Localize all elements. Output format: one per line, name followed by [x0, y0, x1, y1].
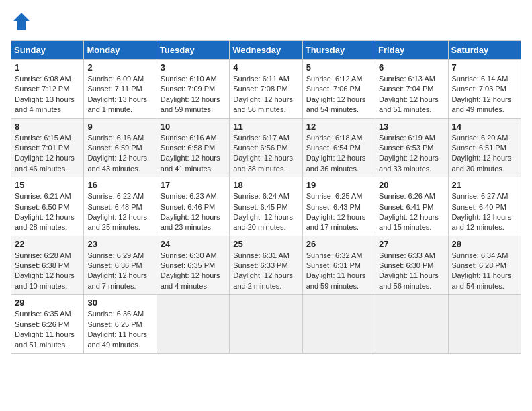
day-info: Sunrise: 6:25 AM Sunset: 6:43 PM Dayligh…: [306, 191, 371, 233]
day-info: Sunrise: 6:35 AM Sunset: 6:26 PM Dayligh…: [15, 309, 80, 351]
day-number: 20: [379, 180, 444, 190]
day-info: Sunrise: 6:26 AM Sunset: 6:41 PM Dayligh…: [379, 191, 444, 233]
day-number: 28: [452, 239, 517, 249]
day-info: Sunrise: 6:17 AM Sunset: 6:56 PM Dayligh…: [233, 133, 298, 175]
day-info: Sunrise: 6:24 AM Sunset: 6:45 PM Dayligh…: [233, 191, 298, 233]
calendar-cell: 3Sunrise: 6:10 AM Sunset: 7:09 PM Daylig…: [157, 60, 229, 119]
day-info: Sunrise: 6:09 AM Sunset: 7:11 PM Dayligh…: [87, 74, 152, 116]
calendar-table: SundayMondayTuesdayWednesdayThursdayFrid…: [11, 40, 521, 354]
day-number: 5: [306, 62, 371, 73]
day-number: 26: [306, 239, 371, 249]
calendar-cell: 13Sunrise: 6:19 AM Sunset: 6:53 PM Dayli…: [375, 118, 448, 177]
calendar-cell: [375, 295, 448, 354]
day-number: 30: [87, 298, 152, 308]
day-number: 2: [87, 62, 152, 73]
calendar-cell: [448, 295, 521, 354]
day-info: Sunrise: 6:21 AM Sunset: 6:50 PM Dayligh…: [15, 191, 80, 233]
weekday-header: Thursday: [302, 41, 375, 60]
day-number: 3: [161, 62, 226, 73]
calendar-cell: [157, 295, 229, 354]
day-info: Sunrise: 6:27 AM Sunset: 6:40 PM Dayligh…: [452, 191, 517, 233]
day-number: 22: [15, 239, 80, 249]
svg-marker-0: [13, 13, 30, 30]
day-info: Sunrise: 6:14 AM Sunset: 7:03 PM Dayligh…: [452, 74, 517, 116]
day-info: Sunrise: 6:28 AM Sunset: 6:38 PM Dayligh…: [15, 250, 80, 292]
calendar-cell: 16Sunrise: 6:22 AM Sunset: 6:48 PM Dayli…: [84, 177, 157, 236]
calendar-cell: 20Sunrise: 6:26 AM Sunset: 6:41 PM Dayli…: [375, 177, 448, 236]
day-info: Sunrise: 6:22 AM Sunset: 6:48 PM Dayligh…: [87, 191, 152, 233]
calendar-cell: 15Sunrise: 6:21 AM Sunset: 6:50 PM Dayli…: [11, 177, 84, 236]
calendar-cell: 17Sunrise: 6:23 AM Sunset: 6:46 PM Dayli…: [157, 177, 229, 236]
day-number: 9: [87, 122, 152, 132]
calendar-cell: 11Sunrise: 6:17 AM Sunset: 6:56 PM Dayli…: [230, 118, 302, 177]
day-number: 10: [161, 122, 226, 132]
calendar-cell: 23Sunrise: 6:29 AM Sunset: 6:36 PM Dayli…: [84, 236, 157, 295]
calendar-cell: 9Sunrise: 6:16 AM Sunset: 6:59 PM Daylig…: [84, 118, 157, 177]
day-number: 12: [306, 122, 371, 132]
calendar-cell: [230, 295, 302, 354]
day-number: 14: [452, 122, 517, 132]
calendar-cell: 1Sunrise: 6:08 AM Sunset: 7:12 PM Daylig…: [11, 60, 84, 119]
weekday-header: Tuesday: [157, 41, 229, 60]
day-info: Sunrise: 6:36 AM Sunset: 6:25 PM Dayligh…: [87, 309, 152, 351]
calendar-cell: 19Sunrise: 6:25 AM Sunset: 6:43 PM Dayli…: [302, 177, 375, 236]
calendar-cell: 4Sunrise: 6:11 AM Sunset: 7:08 PM Daylig…: [230, 60, 302, 119]
day-number: 16: [87, 180, 152, 190]
calendar-cell: 26Sunrise: 6:32 AM Sunset: 6:31 PM Dayli…: [302, 236, 375, 295]
day-info: Sunrise: 6:18 AM Sunset: 6:54 PM Dayligh…: [306, 133, 371, 175]
calendar-cell: 5Sunrise: 6:12 AM Sunset: 7:06 PM Daylig…: [302, 60, 375, 119]
day-number: 15: [15, 180, 80, 190]
day-number: 27: [379, 239, 444, 249]
day-number: 25: [233, 239, 298, 249]
logo: [11, 11, 35, 32]
calendar-week-row: 8Sunrise: 6:15 AM Sunset: 7:01 PM Daylig…: [11, 118, 521, 177]
calendar-cell: 14Sunrise: 6:20 AM Sunset: 6:51 PM Dayli…: [448, 118, 521, 177]
calendar-cell: 30Sunrise: 6:36 AM Sunset: 6:25 PM Dayli…: [84, 295, 157, 354]
day-info: Sunrise: 6:31 AM Sunset: 6:33 PM Dayligh…: [233, 250, 298, 292]
logo-icon: [11, 11, 32, 32]
day-info: Sunrise: 6:15 AM Sunset: 7:01 PM Dayligh…: [15, 133, 80, 175]
calendar-cell: 6Sunrise: 6:13 AM Sunset: 7:04 PM Daylig…: [375, 60, 448, 119]
day-number: 29: [15, 298, 80, 308]
day-info: Sunrise: 6:16 AM Sunset: 6:58 PM Dayligh…: [161, 133, 226, 175]
day-info: Sunrise: 6:08 AM Sunset: 7:12 PM Dayligh…: [15, 74, 80, 116]
weekday-header: Sunday: [11, 41, 84, 60]
day-number: 7: [452, 62, 517, 73]
calendar-cell: 8Sunrise: 6:15 AM Sunset: 7:01 PM Daylig…: [11, 118, 84, 177]
weekday-header: Friday: [375, 41, 448, 60]
calendar-cell: 21Sunrise: 6:27 AM Sunset: 6:40 PM Dayli…: [448, 177, 521, 236]
day-info: Sunrise: 6:29 AM Sunset: 6:36 PM Dayligh…: [87, 250, 152, 292]
day-info: Sunrise: 6:13 AM Sunset: 7:04 PM Dayligh…: [379, 74, 444, 116]
day-info: Sunrise: 6:12 AM Sunset: 7:06 PM Dayligh…: [306, 74, 371, 116]
calendar-cell: 2Sunrise: 6:09 AM Sunset: 7:11 PM Daylig…: [84, 60, 157, 119]
calendar-cell: [302, 295, 375, 354]
day-info: Sunrise: 6:34 AM Sunset: 6:28 PM Dayligh…: [452, 250, 517, 292]
day-number: 13: [379, 122, 444, 132]
day-number: 24: [161, 239, 226, 249]
day-info: Sunrise: 6:33 AM Sunset: 6:30 PM Dayligh…: [379, 250, 444, 292]
day-number: 21: [452, 180, 517, 190]
day-number: 6: [379, 62, 444, 73]
weekday-header: Saturday: [448, 41, 521, 60]
page-header: [11, 11, 521, 32]
day-info: Sunrise: 6:20 AM Sunset: 6:51 PM Dayligh…: [452, 133, 517, 175]
calendar-cell: 24Sunrise: 6:30 AM Sunset: 6:35 PM Dayli…: [157, 236, 229, 295]
calendar-cell: 22Sunrise: 6:28 AM Sunset: 6:38 PM Dayli…: [11, 236, 84, 295]
weekday-header: Monday: [84, 41, 157, 60]
calendar-cell: 29Sunrise: 6:35 AM Sunset: 6:26 PM Dayli…: [11, 295, 84, 354]
calendar-week-row: 22Sunrise: 6:28 AM Sunset: 6:38 PM Dayli…: [11, 236, 521, 295]
day-info: Sunrise: 6:30 AM Sunset: 6:35 PM Dayligh…: [161, 250, 226, 292]
calendar-cell: 18Sunrise: 6:24 AM Sunset: 6:45 PM Dayli…: [230, 177, 302, 236]
day-number: 11: [233, 122, 298, 132]
day-number: 19: [306, 180, 371, 190]
day-info: Sunrise: 6:10 AM Sunset: 7:09 PM Dayligh…: [161, 74, 226, 116]
day-info: Sunrise: 6:32 AM Sunset: 6:31 PM Dayligh…: [306, 250, 371, 292]
day-number: 17: [161, 180, 226, 190]
day-number: 4: [233, 62, 298, 73]
calendar-cell: 28Sunrise: 6:34 AM Sunset: 6:28 PM Dayli…: [448, 236, 521, 295]
calendar-cell: 25Sunrise: 6:31 AM Sunset: 6:33 PM Dayli…: [230, 236, 302, 295]
day-info: Sunrise: 6:19 AM Sunset: 6:53 PM Dayligh…: [379, 133, 444, 175]
weekday-header: Wednesday: [230, 41, 302, 60]
calendar-cell: 27Sunrise: 6:33 AM Sunset: 6:30 PM Dayli…: [375, 236, 448, 295]
day-number: 23: [87, 239, 152, 249]
